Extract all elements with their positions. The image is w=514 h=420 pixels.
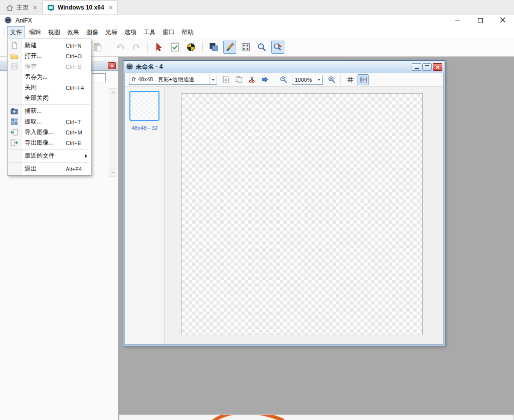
menubar-item[interactable]: 编辑 [26, 26, 44, 39]
zoom-select[interactable]: 1000% [292, 75, 323, 85]
menubar-item[interactable]: 光标 [102, 26, 120, 39]
menu-item-shortcut: Ctrl+E [66, 140, 81, 146]
color-wheel-icon[interactable] [185, 41, 198, 54]
document-window-controls [412, 63, 442, 71]
file-menu-item[interactable]: 捕获... [8, 106, 91, 116]
file-menu-item[interactable]: 退出Alt+F4 [8, 164, 91, 174]
minimize-button[interactable] [446, 15, 469, 27]
toolbar-grip[interactable] [3, 44, 5, 51]
menu-item-label: 退出 [25, 165, 37, 173]
frame-thumbnail[interactable] [129, 91, 159, 121]
export-frame-icon[interactable] [259, 74, 270, 85]
file-menu-item[interactable]: 全部关闭 [8, 93, 91, 103]
tab-label: Windows 10 x64 [58, 4, 104, 11]
export-image-icon [8, 139, 21, 147]
tab-home[interactable]: 主页 [1, 1, 42, 14]
document-window: 未命名 - 4 0: 48x48 - 真彩+透明通道 1000% [123, 60, 445, 346]
zoom-edit-icon[interactable] [271, 41, 284, 54]
scrollbar-track[interactable] [109, 96, 116, 169]
menubar-item[interactable]: 选项 [121, 26, 139, 39]
file-menu-item[interactable]: 保存Ctrl+S [8, 61, 91, 72]
screen: 主页 Windows 10 x64 AniFX 文件编辑视图效果图像光标选项工具… [0, 0, 514, 420]
file-menu-item[interactable]: 关闭Ctrl+F4 [8, 82, 91, 93]
doc-minimize-button[interactable] [412, 63, 421, 71]
test-cursor-icon[interactable] [152, 41, 165, 54]
frame-select[interactable]: 0: 48x48 - 真彩+透明通道 [129, 75, 217, 85]
grid-icon[interactable] [345, 74, 356, 85]
menu-item-shortcut: Ctrl+F4 [66, 85, 84, 91]
menubar-item[interactable]: 视图 [45, 26, 63, 39]
scroll-up-icon[interactable] [109, 89, 116, 96]
panel-scrollbar[interactable] [109, 88, 116, 177]
toolbar-icons [91, 41, 284, 54]
palette-dots-icon[interactable] [239, 41, 252, 54]
panel-close-button[interactable] [108, 62, 116, 69]
menu-item-shortcut: Ctrl+N [66, 43, 81, 49]
menubar-item[interactable]: 窗口 [159, 26, 178, 39]
scroll-down-icon[interactable] [109, 169, 116, 176]
frame-select-value: 0: 48x48 - 真彩+透明通道 [132, 76, 209, 83]
menu-separator [9, 162, 90, 163]
paste-icon[interactable] [91, 41, 104, 54]
panel-field[interactable] [92, 73, 106, 82]
menubar-item[interactable]: 效果 [64, 26, 82, 39]
menu-item-shortcut: Ctrl+M [66, 129, 82, 135]
menu-separator [9, 104, 90, 105]
cut-icon[interactable] [246, 74, 257, 85]
document-title: 未命名 - 4 [136, 63, 162, 71]
file-menu-item[interactable]: 另存为... [8, 72, 91, 82]
toolbar-separator [340, 74, 341, 85]
transparency-icon[interactable] [207, 41, 220, 54]
frame-toolbar: 0: 48x48 - 真彩+透明通道 1000% [125, 73, 443, 87]
tab-close-icon[interactable] [33, 6, 37, 10]
open-folder-icon [8, 52, 21, 60]
file-menu-item[interactable]: 导出图像...Ctrl+E [8, 137, 91, 148]
maximize-icon [425, 65, 429, 69]
menubar-item[interactable]: 帮助 [179, 26, 197, 39]
copy-frame-icon[interactable] [233, 74, 244, 85]
file-menu-item[interactable]: 提取...Ctrl+T [8, 116, 91, 127]
file-menu-item[interactable]: 导入图像...Ctrl+M [8, 127, 91, 137]
doc-close-button[interactable] [433, 63, 442, 71]
file-menu-item[interactable]: 新建Ctrl+N [8, 40, 91, 51]
paintbrush-icon[interactable] [223, 41, 236, 54]
menu-item-shortcut: Ctrl+O [66, 53, 82, 59]
menu-item-shortcut: Ctrl+S [66, 64, 81, 70]
document-icon [126, 63, 133, 72]
close-icon [436, 64, 440, 71]
tab-label: 主页 [17, 4, 29, 12]
minimize-icon [415, 68, 419, 69]
menubar-item[interactable]: 文件 [7, 26, 25, 39]
doc-maximize-button[interactable] [422, 63, 432, 71]
file-menu-item[interactable]: 打开...Ctrl+O [8, 51, 91, 61]
undo-icon[interactable] [114, 41, 127, 54]
menu-item-label: 导入图像... [25, 128, 54, 136]
magnifier-icon[interactable] [255, 41, 268, 54]
zoom-in-icon[interactable] [326, 74, 337, 85]
import-image-icon [8, 128, 21, 136]
menu-item-shortcut: Ctrl+T [66, 119, 81, 125]
zoom-out-icon[interactable] [278, 74, 289, 85]
canvas[interactable] [181, 93, 423, 335]
redo-icon[interactable] [130, 41, 143, 54]
document-body: 48x48 - 32 [125, 87, 443, 344]
menubar-item[interactable]: 工具 [140, 26, 158, 39]
tab-close-icon[interactable] [109, 6, 113, 10]
file-menu-item[interactable]: 最近的文件 [8, 151, 91, 161]
tab-vm[interactable]: Windows 10 x64 [42, 1, 118, 14]
minimize-icon [455, 21, 460, 21]
toolbar-grip[interactable] [3, 29, 5, 36]
menu-item-label: 提取... [25, 117, 42, 126]
menu-item-label: 捕获... [25, 107, 42, 115]
add-frame-icon[interactable] [220, 74, 231, 85]
maximize-button[interactable] [469, 15, 491, 27]
close-button[interactable] [491, 15, 514, 27]
menubar-item[interactable]: 图像 [83, 26, 101, 39]
vm-icon [47, 4, 55, 12]
extract-icon [8, 118, 21, 125]
document-titlebar[interactable]: 未命名 - 4 [124, 61, 444, 73]
preview-icon[interactable] [358, 74, 369, 85]
chevron-down-icon [315, 75, 322, 84]
checklist-icon[interactable] [168, 41, 182, 54]
app-title: AniFX [16, 17, 32, 24]
